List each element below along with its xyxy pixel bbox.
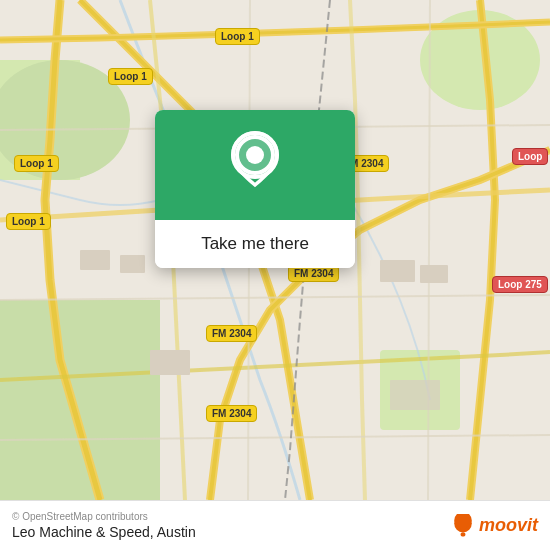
- svg-rect-11: [390, 380, 440, 410]
- map-container: Loop 1 Loop 1 Loop 1 Loop 1 FM 2304 FM 2…: [0, 0, 550, 500]
- moovit-logo: moovit: [451, 514, 538, 538]
- location-text: Leo Machine & Speed, Austin: [12, 524, 196, 540]
- moovit-icon: [451, 514, 475, 538]
- road-label-loop275: Loop 275: [492, 276, 548, 293]
- attribution-text: © OpenStreetMap contributors: [12, 511, 196, 522]
- map-pin-icon: [225, 129, 285, 201]
- svg-rect-8: [380, 260, 415, 282]
- road-label-loop1-top: Loop 1: [215, 28, 260, 45]
- popup-header: [155, 110, 355, 220]
- road-label-fm2304-lower: FM 2304: [206, 325, 257, 342]
- svg-rect-6: [80, 250, 110, 270]
- road-label-loop-right-top: Loop: [512, 148, 548, 165]
- road-label-loop1-left-bot: Loop 1: [6, 213, 51, 230]
- svg-rect-7: [120, 255, 145, 273]
- bottom-left: © OpenStreetMap contributors Leo Machine…: [12, 511, 196, 540]
- moovit-label: moovit: [479, 515, 538, 536]
- svg-rect-1: [0, 300, 160, 500]
- take-me-there-button[interactable]: Take me there: [155, 220, 355, 268]
- svg-point-17: [247, 147, 263, 163]
- bottom-bar: © OpenStreetMap contributors Leo Machine…: [0, 500, 550, 550]
- popup-card: Take me there: [155, 110, 355, 268]
- svg-rect-9: [420, 265, 448, 283]
- road-label-fm2304-bottom: FM 2304: [206, 405, 257, 422]
- road-label-loop1-left-top: Loop 1: [108, 68, 153, 85]
- road-label-loop1-left-mid: Loop 1: [14, 155, 59, 172]
- svg-rect-20: [461, 532, 466, 536]
- svg-rect-10: [150, 350, 190, 375]
